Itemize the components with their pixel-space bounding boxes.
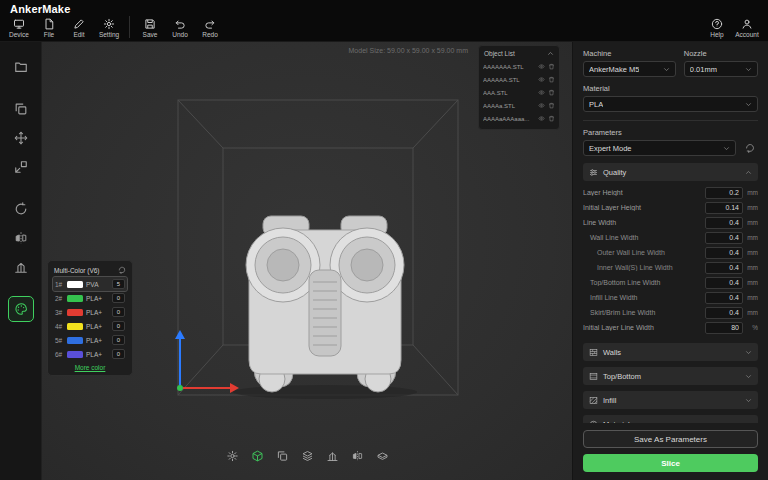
trash-icon[interactable]	[548, 63, 555, 70]
section-header-top-bottom[interactable]: Top/Bottom	[583, 367, 758, 385]
plate-view-button[interactable]	[374, 447, 391, 464]
edit-button[interactable]: Edit	[64, 16, 94, 41]
slice-button[interactable]: Slice	[583, 454, 758, 472]
color-swatch[interactable]	[67, 295, 83, 302]
slot-count[interactable]: 0	[112, 293, 125, 303]
reset-parameters-button[interactable]	[742, 140, 758, 156]
save-as-parameters-button[interactable]: Save As Parameters	[583, 430, 758, 448]
infill-line-width-input[interactable]	[705, 292, 743, 304]
setting-button[interactable]: Setting	[94, 16, 124, 41]
trash-icon[interactable]	[548, 115, 555, 122]
account-button[interactable]: Account	[732, 16, 762, 41]
section-header-infill[interactable]: Infill	[583, 391, 758, 409]
trash-icon[interactable]	[548, 76, 555, 83]
color-swatch[interactable]	[67, 281, 83, 288]
object-list-item[interactable]: AAAAaAAAaaa...	[483, 112, 555, 125]
color-slot-row[interactable]: 6# PLA+ 0	[53, 347, 127, 361]
support-tool-button[interactable]	[8, 254, 34, 280]
section-title: Infill	[603, 396, 740, 405]
parameters-scroll-area[interactable]: Quality Layer Height mm Initial Layer He…	[583, 163, 758, 423]
ankermake-slicer-window: AnkerMake Device File Edit Setting Save	[0, 0, 768, 480]
eye-icon[interactable]	[538, 102, 545, 109]
rotate-tool-button[interactable]	[8, 196, 34, 222]
nozzle-select[interactable]: 0.01mm	[684, 61, 758, 77]
account-icon	[741, 18, 753, 30]
object-list-item[interactable]: AAAAAA.STL	[483, 73, 555, 86]
eye-icon[interactable]	[538, 76, 545, 83]
eye-icon[interactable]	[538, 115, 545, 122]
object-list-item[interactable]: AAAAAAA.STL	[483, 60, 555, 73]
undo-button[interactable]: Undo	[165, 16, 195, 41]
arrange-tool-button[interactable]	[224, 447, 241, 464]
color-swatch[interactable]	[67, 337, 83, 344]
inner-wall-line-width-input[interactable]	[705, 262, 743, 274]
mode-select[interactable]: Expert Mode	[583, 140, 736, 156]
section-header-quality[interactable]: Quality	[583, 163, 758, 181]
mirror-view-button[interactable]	[349, 447, 366, 464]
multicolor-tool-button[interactable]	[8, 296, 34, 322]
parameter-label: Layer Height	[583, 189, 705, 196]
slot-count[interactable]: 5	[112, 279, 125, 289]
object-list-item[interactable]: AAAAa.STL	[483, 99, 555, 112]
reset-icon[interactable]	[118, 266, 126, 274]
slot-count[interactable]: 0	[112, 349, 125, 359]
mirror-tool-button[interactable]	[8, 225, 34, 251]
machine-select[interactable]: AnkerMake M5	[583, 61, 676, 77]
panel-divider	[583, 120, 758, 121]
object-list-header[interactable]: Object List	[483, 49, 555, 60]
section-header-material[interactable]: Material	[583, 415, 758, 423]
color-swatch[interactable]	[67, 351, 83, 358]
section-header-walls[interactable]: Walls	[583, 343, 758, 361]
skirt-brim-line-width-input[interactable]	[705, 307, 743, 319]
parameter-unit: mm	[743, 249, 758, 256]
model-object[interactable]	[233, 216, 417, 399]
color-slot-row[interactable]: 3# PLA+ 0	[53, 305, 127, 319]
outer-wall-line-width-input[interactable]	[705, 247, 743, 259]
clone-tool-button[interactable]	[8, 96, 34, 122]
eye-icon[interactable]	[538, 63, 545, 70]
layer-height-input[interactable]	[705, 187, 743, 199]
support-view-button[interactable]	[324, 447, 341, 464]
clone-view-button[interactable]	[274, 447, 291, 464]
device-button[interactable]: Device	[4, 16, 34, 41]
slot-count[interactable]: 0	[112, 321, 125, 331]
nozzle-value: 0.01mm	[690, 65, 717, 74]
redo-button[interactable]: Redo	[195, 16, 225, 41]
material-select[interactable]: PLA	[583, 96, 758, 112]
viewport-bottom-toolbar	[224, 447, 391, 464]
file-button[interactable]: File	[34, 16, 64, 41]
slot-count[interactable]: 0	[112, 307, 125, 317]
import-tool-button[interactable]	[8, 54, 34, 80]
move-tool-button[interactable]	[8, 125, 34, 151]
color-slot-row[interactable]: 2# PLA+ 0	[53, 291, 127, 305]
parameter-row: Skirt/Brim Line Width mm	[583, 305, 758, 320]
color-swatch[interactable]	[67, 323, 83, 330]
chevron-down-icon	[745, 349, 752, 356]
more-color-link[interactable]: More color	[53, 364, 127, 371]
line-width-input[interactable]	[705, 217, 743, 229]
scale-tool-button[interactable]	[8, 154, 34, 180]
initial-layer-line-width-input[interactable]	[705, 322, 743, 334]
color-swatch[interactable]	[67, 309, 83, 316]
chevron-up-icon[interactable]	[547, 50, 554, 57]
trash-icon[interactable]	[548, 102, 555, 109]
top-bottom-line-width-input[interactable]	[705, 277, 743, 289]
slot-count[interactable]: 0	[112, 335, 125, 345]
color-slot-row[interactable]: 4# PLA+ 0	[53, 319, 127, 333]
edit-label: Edit	[73, 31, 84, 38]
sliders-icon	[589, 168, 598, 177]
object-list-item[interactable]: AAA.STL	[483, 86, 555, 99]
reset-icon	[745, 143, 755, 153]
layers-view-button[interactable]	[299, 447, 316, 464]
paint-tool-button[interactable]	[249, 447, 266, 464]
save-button[interactable]: Save	[135, 16, 165, 41]
eye-icon[interactable]	[538, 89, 545, 96]
color-slot-row[interactable]: 1# PVA 5	[53, 277, 127, 291]
help-button[interactable]: Help	[702, 16, 732, 41]
color-slot-row[interactable]: 5# PLA+ 0	[53, 333, 127, 347]
viewport-3d[interactable]: Model Size: 59.00 x 59.00 x 59.00 mm Obj…	[42, 42, 572, 480]
section-title: Quality	[603, 168, 740, 177]
initial-layer-height-input[interactable]	[705, 202, 743, 214]
trash-icon[interactable]	[548, 89, 555, 96]
wall-line-width-input[interactable]	[705, 232, 743, 244]
